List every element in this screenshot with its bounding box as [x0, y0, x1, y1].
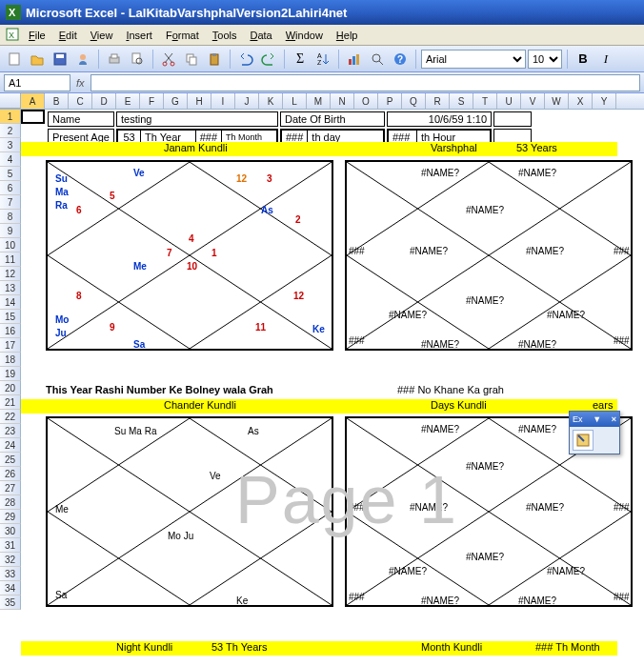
- save-button[interactable]: [50, 49, 70, 70]
- chart-button[interactable]: [344, 49, 365, 70]
- col-header[interactable]: V: [521, 93, 545, 109]
- row-header[interactable]: 22: [0, 410, 21, 424]
- row-header[interactable]: 31: [0, 538, 21, 553]
- menu-file[interactable]: File: [22, 28, 52, 43]
- menu-tools[interactable]: Tools: [206, 28, 244, 43]
- row-header[interactable]: 7: [0, 195, 21, 210]
- help-button[interactable]: ?: [390, 49, 411, 70]
- sort-button[interactable]: AZ: [312, 49, 333, 70]
- col-header[interactable]: B: [45, 93, 69, 109]
- row-header[interactable]: 19: [0, 367, 21, 381]
- font-name-select[interactable]: Arial: [421, 50, 526, 69]
- menu-insert[interactable]: Insert: [119, 28, 159, 43]
- undo-button[interactable]: [235, 49, 256, 70]
- row-header[interactable]: 33: [0, 567, 21, 581]
- copy-button[interactable]: [181, 49, 202, 70]
- row-header[interactable]: 35: [0, 595, 21, 610]
- col-header[interactable]: D: [92, 93, 116, 109]
- floating-toolbar[interactable]: Ex ▼ ×: [569, 411, 620, 454]
- row-header[interactable]: 26: [0, 467, 21, 481]
- row-header[interactable]: 9: [0, 224, 21, 238]
- col-header[interactable]: W: [545, 93, 569, 109]
- col-header[interactable]: M: [307, 93, 331, 109]
- open-button[interactable]: [27, 49, 48, 70]
- col-header[interactable]: N: [331, 93, 354, 109]
- col-header[interactable]: A: [21, 93, 45, 109]
- col-header[interactable]: F: [140, 93, 164, 109]
- row-header[interactable]: 10: [0, 238, 21, 252]
- col-header[interactable]: U: [497, 93, 521, 109]
- spreadsheet-grid[interactable]: A B C D E F G H I J K L M N O P Q R S T …: [0, 93, 644, 666]
- row-header[interactable]: 27: [0, 481, 21, 495]
- row-header[interactable]: 21: [0, 395, 21, 410]
- close-icon[interactable]: ×: [612, 414, 616, 424]
- col-header[interactable]: Y: [593, 93, 616, 109]
- col-header[interactable]: Q: [402, 93, 426, 109]
- col-header[interactable]: X: [569, 93, 593, 109]
- italic-button[interactable]: I: [595, 49, 616, 70]
- col-header[interactable]: R: [426, 93, 450, 109]
- font-size-select[interactable]: 10: [528, 50, 562, 69]
- select-all-corner[interactable]: [0, 93, 21, 109]
- col-header[interactable]: E: [116, 93, 140, 109]
- row-header[interactable]: 14: [0, 295, 21, 310]
- col-header[interactable]: I: [211, 93, 235, 109]
- menu-format[interactable]: Format: [159, 28, 206, 43]
- active-cell[interactable]: [21, 110, 45, 124]
- row-header[interactable]: 12: [0, 267, 21, 281]
- row-header[interactable]: 15: [0, 310, 21, 324]
- menu-window[interactable]: Window: [279, 28, 330, 43]
- redo-button[interactable]: [258, 49, 279, 70]
- formula-input[interactable]: [91, 74, 640, 91]
- permission-button[interactable]: [72, 49, 93, 70]
- row-header[interactable]: 13: [0, 281, 21, 295]
- bold-button[interactable]: B: [573, 49, 594, 70]
- col-header[interactable]: H: [188, 93, 211, 109]
- col-header[interactable]: L: [283, 93, 307, 109]
- menu-data[interactable]: Data: [243, 28, 278, 43]
- menu-view[interactable]: View: [84, 28, 120, 43]
- row-header[interactable]: 5: [0, 167, 21, 181]
- row-header[interactable]: 18: [0, 353, 21, 367]
- row-header[interactable]: 20: [0, 381, 21, 395]
- sheet-cells[interactable]: Name testing Date Of Birth 10/6/59 1:10 …: [21, 110, 640, 610]
- row-header[interactable]: 23: [0, 424, 21, 438]
- name-box[interactable]: [4, 74, 70, 91]
- row-header[interactable]: 1: [0, 110, 21, 124]
- row-header[interactable]: 28: [0, 495, 21, 510]
- row-header[interactable]: 11: [0, 252, 21, 267]
- fx-icon[interactable]: fx: [76, 77, 85, 89]
- row-header[interactable]: 8: [0, 210, 21, 224]
- cut-button[interactable]: [158, 49, 179, 70]
- row-header[interactable]: 30: [0, 524, 21, 538]
- row-header[interactable]: 2: [0, 124, 21, 138]
- preview-button[interactable]: [127, 49, 148, 70]
- row-header[interactable]: 6: [0, 181, 21, 195]
- row-header[interactable]: 34: [0, 581, 21, 595]
- dropdown-icon[interactable]: ▼: [593, 414, 601, 424]
- paste-button[interactable]: [204, 49, 225, 70]
- col-header[interactable]: P: [378, 93, 402, 109]
- new-button[interactable]: [4, 49, 25, 70]
- floating-toolbar-title[interactable]: Ex ▼ ×: [570, 412, 619, 427]
- col-header[interactable]: J: [235, 93, 259, 109]
- menu-edit[interactable]: Edit: [52, 28, 84, 43]
- menu-help[interactable]: Help: [330, 28, 365, 43]
- row-header[interactable]: 3: [0, 138, 21, 152]
- print-button[interactable]: [104, 49, 125, 70]
- autosum-button[interactable]: Σ: [290, 49, 311, 70]
- col-header[interactable]: T: [473, 93, 497, 109]
- row-header[interactable]: 17: [0, 338, 21, 353]
- col-header[interactable]: K: [259, 93, 283, 109]
- row-header[interactable]: 4: [0, 152, 21, 167]
- col-header[interactable]: O: [354, 93, 378, 109]
- row-header[interactable]: 29: [0, 510, 21, 524]
- col-header[interactable]: C: [69, 93, 92, 109]
- col-header[interactable]: G: [164, 93, 188, 109]
- zoom-button[interactable]: [367, 49, 388, 70]
- row-header[interactable]: 32: [0, 553, 21, 567]
- col-header[interactable]: S: [450, 93, 473, 109]
- exit-design-mode-button[interactable]: [573, 430, 594, 451]
- row-header[interactable]: 25: [0, 453, 21, 467]
- row-header[interactable]: 16: [0, 324, 21, 338]
